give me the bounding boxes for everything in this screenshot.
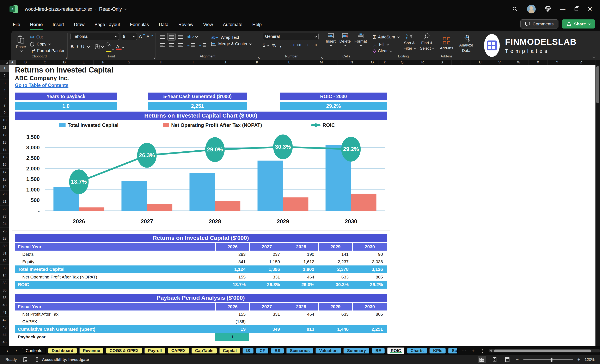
cell[interactable]: -: [352, 318, 387, 325]
column-header-H[interactable]: H: [145, 60, 177, 65]
delete-cells-button[interactable]: Delete: [339, 33, 351, 54]
shrink-font-button[interactable]: A: [147, 34, 152, 39]
sort-filter-button[interactable]: AZ Sort & Filter: [403, 33, 415, 54]
decrease-decimal-button[interactable]: .00→.0: [305, 43, 317, 47]
column-header-E[interactable]: E: [74, 60, 94, 65]
row-header-5[interactable]: 5: [0, 94, 9, 102]
sheet-tab-contents[interactable]: Contents: [22, 348, 46, 354]
restore-button[interactable]: [575, 7, 578, 11]
cell[interactable]: -: [284, 318, 318, 325]
cell[interactable]: 1,612: [284, 258, 318, 265]
cell[interactable]: (136): [215, 318, 249, 325]
clipboard-dialog-launcher[interactable]: ↘: [65, 56, 68, 60]
search-icon[interactable]: [512, 6, 518, 12]
row-header-9[interactable]: 9: [0, 109, 9, 117]
cell[interactable]: 30.3%: [318, 281, 352, 289]
row-header-4[interactable]: 4: [0, 87, 9, 94]
cell[interactable]: 283: [215, 251, 249, 258]
share-button[interactable]: Share: [562, 19, 595, 28]
sheet-tab-capex[interactable]: CAPEX: [168, 348, 189, 354]
zoom-slider-thumb[interactable]: [551, 358, 553, 362]
column-header-I[interactable]: I: [177, 60, 209, 65]
row-header-24[interactable]: 24: [0, 220, 9, 228]
row-label[interactable]: Debts: [15, 251, 215, 258]
cell[interactable]: 90: [352, 251, 387, 258]
row-header-32[interactable]: 32: [0, 257, 9, 265]
cell[interactable]: 237: [249, 251, 284, 258]
bold-button[interactable]: B: [71, 44, 74, 49]
normal-view-button[interactable]: [478, 356, 486, 363]
column-header-W[interactable]: W: [509, 60, 528, 65]
sheet-tab-revenue[interactable]: Revenue: [79, 348, 104, 354]
column-header-T[interactable]: T: [451, 60, 471, 65]
column-header-Q[interactable]: Q: [391, 60, 413, 65]
row-header-41[interactable]: 41: [0, 309, 9, 317]
sheet-tab-captable[interactable]: CapTable: [191, 348, 217, 354]
column-header-V[interactable]: V: [490, 60, 509, 65]
select-all-corner[interactable]: [0, 60, 9, 65]
cell[interactable]: 1,396: [249, 265, 284, 273]
year-header-cell[interactable]: 2028: [284, 243, 318, 251]
row-header-45[interactable]: 45: [0, 339, 9, 346]
cell[interactable]: 841: [215, 258, 249, 265]
cell[interactable]: 13.7%: [215, 281, 249, 289]
row-label[interactable]: Net Operating Profit After Tax (NOPAT): [15, 273, 215, 281]
column-header-G[interactable]: G: [113, 60, 145, 65]
column-header-B[interactable]: B: [16, 60, 35, 65]
cell[interactable]: 805: [352, 273, 387, 281]
underline-button[interactable]: U: [81, 44, 84, 49]
column-header-A[interactable]: A: [9, 60, 16, 65]
sheet-tab-dashboard[interactable]: Dashboard: [48, 348, 77, 354]
cell[interactable]: 464: [284, 273, 318, 281]
row-header-22[interactable]: 22: [0, 206, 9, 213]
cell[interactable]: 1: [215, 333, 249, 341]
row-header-16[interactable]: 16: [0, 161, 9, 169]
cell[interactable]: 3,126: [352, 265, 387, 273]
align-left-button[interactable]: [158, 42, 166, 48]
format-cells-button[interactable]: Format: [354, 33, 367, 54]
cell[interactable]: 155: [215, 310, 249, 318]
ribbon-tab-home[interactable]: Home: [25, 20, 47, 29]
font-name-combo[interactable]: Tahoma: [71, 33, 119, 40]
year-header-cell[interactable]: 2026: [215, 243, 249, 251]
row-header-15[interactable]: 15: [0, 154, 9, 161]
sheet-tab-is[interactable]: IS: [243, 348, 254, 354]
zoom-slider[interactable]: [523, 359, 573, 360]
row-label[interactable]: CAPEX: [15, 318, 215, 325]
copy-button[interactable]: Copy: [30, 42, 65, 47]
ribbon-tab-help[interactable]: Help: [248, 20, 266, 29]
number-format-combo[interactable]: General: [263, 33, 319, 40]
cell[interactable]: 633: [318, 310, 352, 318]
font-dialog-launcher[interactable]: ↘: [153, 56, 156, 60]
column-header-D[interactable]: D: [55, 60, 74, 65]
row-header-21[interactable]: 21: [0, 198, 9, 206]
year-header-cell[interactable]: 2029: [318, 303, 352, 310]
ribbon-tab-file[interactable]: File: [8, 20, 25, 29]
row-header-10[interactable]: 10: [0, 117, 9, 124]
column-header-P[interactable]: P: [379, 60, 391, 65]
fill-button[interactable]: ↓Fill: [373, 42, 399, 47]
fill-color-button[interactable]: [106, 42, 113, 51]
sheet-nav-left-arrow[interactable]: ‹: [4, 348, 11, 353]
cell[interactable]: 2,378: [318, 265, 352, 273]
column-header-Z[interactable]: Z: [567, 60, 595, 65]
cell[interactable]: 190: [284, 251, 318, 258]
row-header-11[interactable]: 11: [0, 124, 9, 132]
page-layout-view-button[interactable]: [490, 356, 499, 363]
row-header-44[interactable]: 44: [0, 331, 9, 339]
chevron-down-icon[interactable]: [87, 45, 90, 48]
year-header-cell[interactable]: 2027: [249, 243, 284, 251]
row-header-30[interactable]: 30: [0, 243, 9, 250]
comma-style-button[interactable]: ,: [280, 42, 281, 49]
row-header-1[interactable]: 1: [0, 65, 9, 72]
close-button[interactable]: ✕: [587, 6, 592, 12]
row-header-2[interactable]: 2: [0, 72, 9, 80]
row-header-18[interactable]: 18: [0, 176, 9, 183]
column-header-M[interactable]: M: [305, 60, 338, 65]
cell[interactable]: 464: [284, 310, 318, 318]
cell[interactable]: 141: [318, 251, 352, 258]
zoom-level[interactable]: 120%: [584, 357, 595, 362]
cell[interactable]: -: [249, 318, 284, 325]
cell[interactable]: 2,237: [318, 258, 352, 265]
macro-record-icon[interactable]: [23, 357, 28, 362]
